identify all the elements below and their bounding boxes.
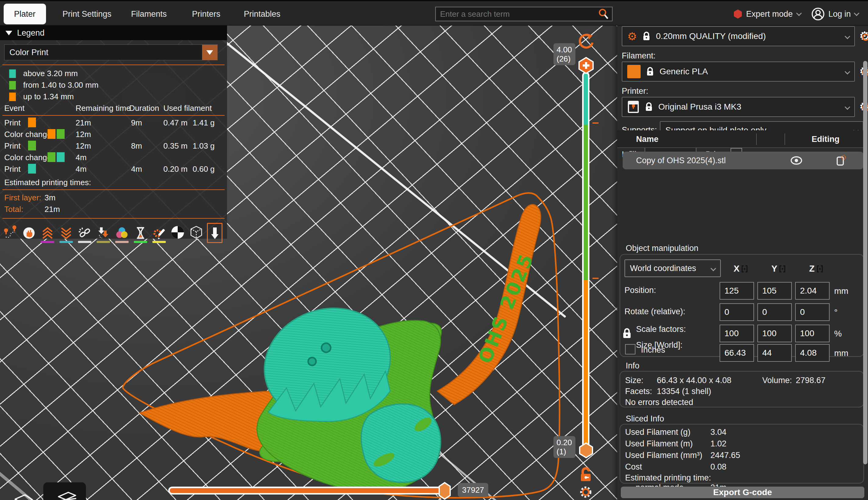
tab-printers[interactable]: Printers: [192, 1, 220, 27]
scale-z-input[interactable]: [795, 325, 830, 342]
tab-plater[interactable]: Plater: [4, 4, 46, 24]
view-preview-button[interactable]: [43, 482, 86, 500]
eye-icon[interactable]: [790, 156, 802, 165]
filament-combo[interactable]: Generic PLA: [622, 61, 855, 82]
export-gcode-button[interactable]: Export G-code: [621, 487, 864, 498]
tab-label: Printables: [244, 9, 280, 19]
view-type-dropdown-button[interactable]: [202, 45, 217, 60]
event-duration: 9m: [131, 118, 142, 128]
event-remaining: 12m: [76, 141, 91, 151]
layer-upper-handle[interactable]: [578, 57, 594, 74]
wipe-icon[interactable]: [21, 223, 36, 243]
inches-checkbox[interactable]: [625, 344, 635, 354]
filament-color-swatch: [627, 65, 641, 78]
event-duration: 4m: [131, 164, 142, 174]
rotate-x-input[interactable]: [720, 303, 754, 321]
layer-segment-middle: [583, 125, 588, 280]
sidebar-scrollbar[interactable]: [863, 61, 867, 464]
position-z-input[interactable]: [795, 282, 830, 300]
layer-slider-track[interactable]: [582, 72, 589, 447]
center-of-mass-icon[interactable]: [170, 223, 185, 243]
coordinates-select[interactable]: World coordinates: [624, 259, 721, 277]
search-box: [435, 7, 613, 21]
size-info-label: Size:: [625, 376, 643, 385]
edit-object-icon[interactable]: [836, 155, 846, 166]
legend-header[interactable]: Legend: [0, 25, 227, 40]
event-used-m: 0.20 m: [163, 164, 188, 174]
size-y-input[interactable]: [757, 344, 792, 362]
tab-print-settings[interactable]: Print Settings: [63, 1, 112, 27]
position-y-input[interactable]: [757, 282, 792, 300]
tab-filaments[interactable]: Filaments: [131, 1, 167, 27]
move-slider-handle[interactable]: [438, 482, 451, 500]
scale-x-input[interactable]: [720, 325, 754, 342]
travels-icon[interactable]: [2, 223, 18, 243]
legend-range-row: from 1.40 to 3.00 mm: [9, 80, 98, 90]
lock-icon: [643, 31, 650, 41]
event-remaining: 4m: [76, 153, 87, 162]
color-changes-icon[interactable]: [114, 223, 130, 243]
expert-mode-selector[interactable]: Expert mode: [734, 1, 801, 27]
event-swatch: [47, 129, 55, 139]
rotate-y-input[interactable]: [757, 303, 792, 321]
scale-y-input[interactable]: [757, 325, 792, 342]
name-header: Name: [636, 135, 659, 144]
retractions-icon[interactable]: [40, 223, 55, 243]
errors-status: No errors detected: [625, 398, 693, 407]
tab-label: Filaments: [131, 9, 167, 19]
search-icon[interactable]: [597, 8, 610, 20]
expert-mode-label: Expert mode: [746, 9, 793, 19]
used-filament-g-label: Used Filament (g): [625, 428, 691, 437]
pause-prints-icon[interactable]: [133, 223, 148, 243]
event-used-g: 0.60 g: [193, 164, 214, 174]
divider: [2, 65, 225, 65]
size-z-input[interactable]: [795, 344, 830, 362]
event-remaining: 21m: [76, 118, 91, 128]
rotate-z-input[interactable]: [795, 303, 830, 321]
size-x-input[interactable]: [720, 344, 754, 362]
move-slider-fill: [170, 488, 447, 493]
shells-icon[interactable]: [188, 223, 204, 243]
layer-lock-icon[interactable]: [578, 466, 593, 482]
move-slider-track[interactable]: [168, 487, 449, 495]
print-settings-combo[interactable]: ⚙ 0.20mm QUALITY (modified): [622, 26, 855, 46]
event-label: Print: [4, 118, 20, 128]
view-3d-editor-button[interactable]: [0, 482, 43, 500]
range-swatch: [9, 69, 16, 78]
login-label: Log in: [828, 9, 851, 19]
object-row[interactable]: Copy of OHS 2025(4).stl: [623, 152, 864, 169]
layer-lower-handle[interactable]: [578, 442, 594, 458]
tab-printables[interactable]: Printables: [244, 1, 280, 27]
legend-range-row: up to 1.34 mm: [9, 92, 74, 101]
scale-lock-icon[interactable]: [622, 327, 632, 340]
avatar-icon: [811, 7, 825, 21]
login-button[interactable]: Log in: [811, 1, 859, 27]
print-settings-gear-button[interactable]: ⚙: [858, 29, 868, 43]
search-input[interactable]: [436, 9, 597, 19]
scale-label: Scale factors:: [636, 325, 686, 334]
view-type-select[interactable]: Color Print: [4, 44, 218, 60]
cube-icon: [6, 489, 36, 500]
layer-settings-gear-icon[interactable]: [578, 484, 594, 500]
inches-label: Inches: [641, 345, 665, 355]
coordinates-value: World coordinates: [630, 264, 706, 273]
object-name: Copy of OHS 2025(4).stl: [636, 156, 790, 165]
position-x-input[interactable]: [720, 282, 754, 300]
tool-changes-icon[interactable]: [96, 223, 111, 243]
filament-label: Filament:: [622, 51, 656, 60]
custom-gcodes-icon[interactable]: [151, 223, 167, 243]
chevron-down-icon: [710, 265, 716, 271]
axis-z-header: Z: [809, 264, 823, 274]
layer-top-height: 4.00: [557, 45, 572, 54]
first-layer-label: First layer:: [4, 193, 41, 203]
tool-marker-icon[interactable]: [207, 223, 222, 243]
editing-header: Editing: [812, 135, 839, 144]
layer-reset-icon[interactable]: [577, 32, 596, 51]
move-value: 37927: [462, 485, 484, 495]
deretractions-icon[interactable]: [58, 223, 74, 243]
used-filament-g-value: 3.04: [710, 428, 726, 437]
chevron-down-icon: [845, 104, 850, 110]
divider: [784, 133, 785, 145]
printer-combo[interactable]: Original Prusa i3 MK3: [622, 97, 855, 117]
seams-icon[interactable]: [77, 223, 92, 243]
